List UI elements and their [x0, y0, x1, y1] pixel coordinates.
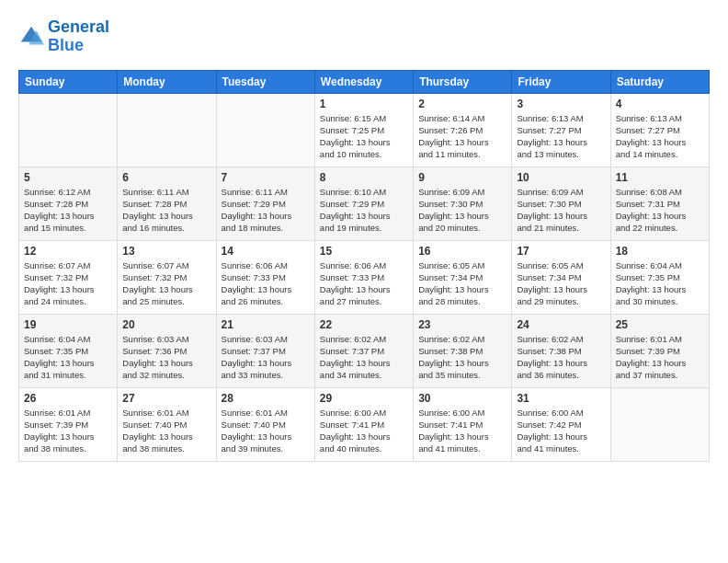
- weekday-header-sunday: Sunday: [19, 70, 118, 93]
- calendar-cell: 15Sunrise: 6:06 AM Sunset: 7:33 PM Dayli…: [314, 240, 413, 314]
- day-info: Sunrise: 6:13 AM Sunset: 7:27 PM Dayligh…: [616, 112, 704, 161]
- day-info: Sunrise: 6:04 AM Sunset: 7:35 PM Dayligh…: [616, 259, 704, 308]
- day-info: Sunrise: 6:07 AM Sunset: 7:32 PM Dayligh…: [122, 259, 210, 308]
- calendar-cell: 20Sunrise: 6:03 AM Sunset: 7:36 PM Dayli…: [118, 314, 216, 387]
- calendar-cell: 9Sunrise: 6:09 AM Sunset: 7:30 PM Daylig…: [414, 167, 512, 240]
- calendar-cell: 30Sunrise: 6:00 AM Sunset: 7:41 PM Dayli…: [414, 387, 512, 461]
- calendar-cell: 4Sunrise: 6:13 AM Sunset: 7:27 PM Daylig…: [610, 93, 709, 167]
- page-header: General Blue: [18, 18, 710, 55]
- calendar-cell: 7Sunrise: 6:11 AM Sunset: 7:29 PM Daylig…: [216, 167, 314, 240]
- day-number: 6: [122, 171, 210, 184]
- calendar-cell: 6Sunrise: 6:11 AM Sunset: 7:28 PM Daylig…: [118, 167, 216, 240]
- day-number: 21: [222, 318, 310, 331]
- weekday-header-wednesday: Wednesday: [314, 70, 413, 93]
- day-number: 1: [320, 98, 408, 110]
- calendar-cell: 28Sunrise: 6:01 AM Sunset: 7:40 PM Dayli…: [216, 387, 314, 461]
- calendar-cell: [216, 93, 314, 167]
- day-number: 10: [517, 171, 605, 184]
- day-number: 30: [418, 392, 506, 405]
- logo-icon: [18, 24, 44, 50]
- calendar-cell: 5Sunrise: 6:12 AM Sunset: 7:28 PM Daylig…: [19, 167, 118, 240]
- weekday-header-row: SundayMondayTuesdayWednesdayThursdayFrid…: [19, 70, 710, 93]
- calendar-cell: 13Sunrise: 6:07 AM Sunset: 7:32 PM Dayli…: [118, 240, 216, 314]
- calendar-cell: 18Sunrise: 6:04 AM Sunset: 7:35 PM Dayli…: [610, 240, 709, 314]
- weekday-header-saturday: Saturday: [610, 70, 709, 93]
- day-info: Sunrise: 6:01 AM Sunset: 7:39 PM Dayligh…: [616, 333, 704, 382]
- day-number: 13: [122, 245, 210, 258]
- weekday-header-friday: Friday: [512, 70, 610, 93]
- day-number: 2: [418, 98, 506, 110]
- day-number: 28: [222, 392, 310, 405]
- day-number: 27: [122, 392, 210, 405]
- calendar-cell: [118, 93, 216, 167]
- day-info: Sunrise: 6:11 AM Sunset: 7:29 PM Dayligh…: [222, 186, 310, 235]
- day-info: Sunrise: 6:06 AM Sunset: 7:33 PM Dayligh…: [222, 259, 310, 308]
- calendar-week-4: 19Sunrise: 6:04 AM Sunset: 7:35 PM Dayli…: [19, 314, 710, 387]
- day-info: Sunrise: 6:00 AM Sunset: 7:42 PM Dayligh…: [517, 407, 605, 455]
- calendar-cell: 12Sunrise: 6:07 AM Sunset: 7:32 PM Dayli…: [19, 240, 118, 314]
- weekday-header-thursday: Thursday: [414, 70, 512, 93]
- weekday-header-monday: Monday: [118, 70, 216, 93]
- calendar-cell: 2Sunrise: 6:14 AM Sunset: 7:26 PM Daylig…: [414, 93, 512, 167]
- day-info: Sunrise: 6:10 AM Sunset: 7:29 PM Dayligh…: [320, 186, 408, 235]
- logo: General Blue: [18, 18, 109, 55]
- calendar-cell: 21Sunrise: 6:03 AM Sunset: 7:37 PM Dayli…: [216, 314, 314, 387]
- calendar-cell: [610, 387, 709, 461]
- day-number: 22: [320, 318, 408, 331]
- day-info: Sunrise: 6:01 AM Sunset: 7:40 PM Dayligh…: [122, 407, 210, 455]
- calendar-cell: 10Sunrise: 6:09 AM Sunset: 7:30 PM Dayli…: [512, 167, 610, 240]
- day-info: Sunrise: 6:12 AM Sunset: 7:28 PM Dayligh…: [24, 186, 112, 235]
- day-info: Sunrise: 6:14 AM Sunset: 7:26 PM Dayligh…: [418, 112, 506, 161]
- day-info: Sunrise: 6:13 AM Sunset: 7:27 PM Dayligh…: [517, 112, 605, 161]
- calendar-cell: 19Sunrise: 6:04 AM Sunset: 7:35 PM Dayli…: [19, 314, 118, 387]
- calendar-cell: 3Sunrise: 6:13 AM Sunset: 7:27 PM Daylig…: [512, 93, 610, 167]
- day-number: 26: [24, 392, 112, 405]
- day-info: Sunrise: 6:04 AM Sunset: 7:35 PM Dayligh…: [24, 333, 112, 382]
- calendar-week-3: 12Sunrise: 6:07 AM Sunset: 7:32 PM Dayli…: [19, 240, 710, 314]
- day-info: Sunrise: 6:01 AM Sunset: 7:39 PM Dayligh…: [24, 407, 112, 455]
- calendar-cell: 17Sunrise: 6:05 AM Sunset: 7:34 PM Dayli…: [512, 240, 610, 314]
- day-number: 14: [222, 245, 310, 258]
- day-info: Sunrise: 6:03 AM Sunset: 7:36 PM Dayligh…: [122, 333, 210, 382]
- day-number: 4: [616, 98, 704, 110]
- day-number: 25: [616, 318, 704, 331]
- day-info: Sunrise: 6:09 AM Sunset: 7:30 PM Dayligh…: [418, 186, 506, 235]
- calendar-cell: 16Sunrise: 6:05 AM Sunset: 7:34 PM Dayli…: [414, 240, 512, 314]
- day-info: Sunrise: 6:15 AM Sunset: 7:25 PM Dayligh…: [320, 112, 408, 161]
- calendar-week-1: 1Sunrise: 6:15 AM Sunset: 7:25 PM Daylig…: [19, 93, 710, 167]
- day-info: Sunrise: 6:02 AM Sunset: 7:38 PM Dayligh…: [418, 333, 506, 382]
- calendar-body: 1Sunrise: 6:15 AM Sunset: 7:25 PM Daylig…: [19, 93, 710, 461]
- day-number: 15: [320, 245, 408, 258]
- day-info: Sunrise: 6:02 AM Sunset: 7:38 PM Dayligh…: [517, 333, 605, 382]
- day-number: 17: [517, 245, 605, 258]
- day-number: 18: [616, 245, 704, 258]
- day-number: 8: [320, 171, 408, 184]
- day-number: 23: [418, 318, 506, 331]
- day-number: 7: [222, 171, 310, 184]
- calendar-cell: 29Sunrise: 6:00 AM Sunset: 7:41 PM Dayli…: [314, 387, 413, 461]
- day-number: 11: [616, 171, 704, 184]
- calendar-cell: 26Sunrise: 6:01 AM Sunset: 7:39 PM Dayli…: [19, 387, 118, 461]
- calendar-cell: 23Sunrise: 6:02 AM Sunset: 7:38 PM Dayli…: [414, 314, 512, 387]
- day-number: 16: [418, 245, 506, 258]
- calendar-cell: 14Sunrise: 6:06 AM Sunset: 7:33 PM Dayli…: [216, 240, 314, 314]
- day-info: Sunrise: 6:02 AM Sunset: 7:37 PM Dayligh…: [320, 333, 408, 382]
- calendar-cell: 24Sunrise: 6:02 AM Sunset: 7:38 PM Dayli…: [512, 314, 610, 387]
- day-number: 31: [517, 392, 605, 405]
- weekday-header-tuesday: Tuesday: [216, 70, 314, 93]
- calendar-header: SundayMondayTuesdayWednesdayThursdayFrid…: [19, 70, 710, 93]
- calendar-cell: 27Sunrise: 6:01 AM Sunset: 7:40 PM Dayli…: [118, 387, 216, 461]
- day-info: Sunrise: 6:05 AM Sunset: 7:34 PM Dayligh…: [418, 259, 506, 308]
- calendar-cell: 11Sunrise: 6:08 AM Sunset: 7:31 PM Dayli…: [610, 167, 709, 240]
- day-number: 19: [24, 318, 112, 331]
- day-number: 9: [418, 171, 506, 184]
- calendar-cell: 1Sunrise: 6:15 AM Sunset: 7:25 PM Daylig…: [314, 93, 413, 167]
- day-info: Sunrise: 6:11 AM Sunset: 7:28 PM Dayligh…: [122, 186, 210, 235]
- day-number: 12: [24, 245, 112, 258]
- calendar-week-2: 5Sunrise: 6:12 AM Sunset: 7:28 PM Daylig…: [19, 167, 710, 240]
- day-info: Sunrise: 6:05 AM Sunset: 7:34 PM Dayligh…: [517, 259, 605, 308]
- calendar-cell: 31Sunrise: 6:00 AM Sunset: 7:42 PM Dayli…: [512, 387, 610, 461]
- day-info: Sunrise: 6:00 AM Sunset: 7:41 PM Dayligh…: [320, 407, 408, 455]
- calendar-cell: [19, 93, 118, 167]
- day-info: Sunrise: 6:03 AM Sunset: 7:37 PM Dayligh…: [222, 333, 310, 382]
